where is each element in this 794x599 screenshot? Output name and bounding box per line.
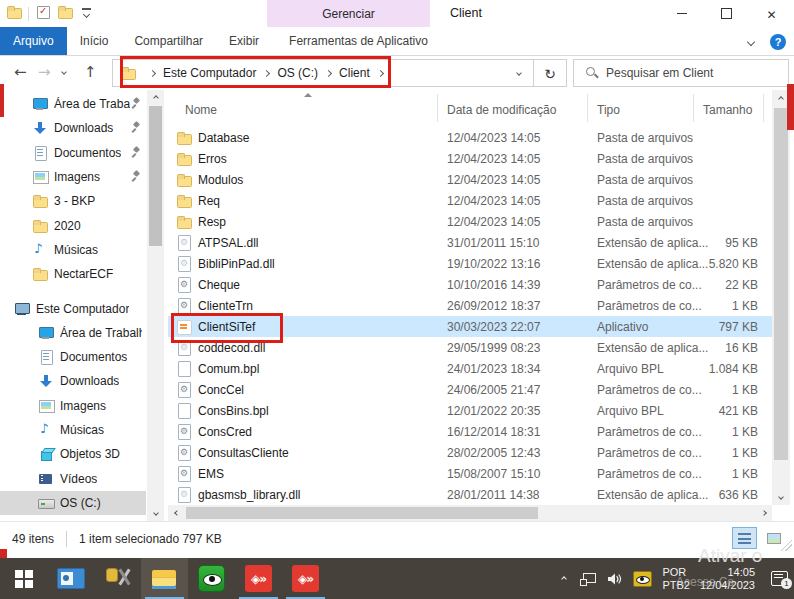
help-icon[interactable]: [770, 34, 786, 50]
file-row[interactable]: ConcCel24/06/2005 21:47Parâmetros de co.…: [168, 379, 772, 400]
qat-button-properties-check[interactable]: [35, 4, 51, 24]
sidebar-scrollbar[interactable]: [147, 90, 164, 521]
file-row[interactable]: Database12/04/2023 14:05Pasta de arquivo…: [168, 127, 772, 148]
taskbar-app-green-eye[interactable]: [188, 558, 235, 599]
back-button[interactable]: [14, 63, 27, 81]
file-name: Req: [198, 194, 220, 208]
sidebar-scrollbar-thumb[interactable]: [149, 106, 162, 246]
search-input[interactable]: [606, 66, 766, 80]
sidebar-item-este-computador[interactable]: Este Computador: [0, 296, 146, 320]
sidebar-item-imagens[interactable]: Imagens: [0, 165, 146, 189]
file-row[interactable]: BibliPinPad.dll19/10/2022 13:16Extensão …: [168, 253, 772, 274]
file-row[interactable]: ClienteTrn26/09/2012 18:37Parâmetros de …: [168, 295, 772, 316]
sidebar-item-2020[interactable]: 2020: [0, 213, 146, 237]
qat-button-explorer-folder[interactable]: [6, 4, 22, 24]
sidebar-item-musicas[interactable]: Músicas: [0, 238, 146, 262]
file-row[interactable]: Resp12/04/2023 14:05Pasta de arquivos: [168, 211, 772, 232]
file-row[interactable]: Cheque10/10/2016 14:39Parâmetros de co..…: [168, 274, 772, 295]
sidebar-item-documentos[interactable]: Documentos: [0, 141, 146, 165]
sidebar-scroll-up-button[interactable]: [147, 90, 164, 106]
window-title: Client: [450, 6, 482, 20]
tab-ferramentas-de-aplicativo[interactable]: Ferramentas de Aplicativo: [276, 27, 441, 55]
tab-exibir[interactable]: Exibir: [216, 27, 272, 55]
file-row[interactable]: gbasmsb_library.dll28/01/2011 14:38Exten…: [168, 484, 772, 505]
file-row[interactable]: Comum.bpl24/01/2023 18:34Arquivo BPL1.08…: [168, 358, 772, 379]
sidebar-item-nectarecf[interactable]: NectarECF: [0, 262, 146, 286]
taskbar-app-file-explorer[interactable]: [141, 558, 188, 599]
list-vertical-scrollbar-thumb[interactable]: [774, 108, 788, 460]
pin-icon: [130, 120, 142, 136]
start-button[interactable]: [0, 558, 47, 599]
file-date-cell: 12/04/2023 14:05: [438, 194, 588, 208]
recent-locations-chevron-icon[interactable]: [61, 69, 67, 75]
up-button[interactable]: [84, 63, 97, 81]
sidebar-item-os-c[interactable]: OS (C:): [0, 491, 146, 515]
refresh-button[interactable]: [534, 60, 566, 86]
minimize-button[interactable]: [659, 0, 704, 27]
close-button[interactable]: [749, 0, 794, 27]
file-row[interactable]: ConsBins.bpl12/01/2022 20:35Arquivo BPL4…: [168, 400, 772, 421]
forward-button[interactable]: [38, 63, 51, 81]
file-row[interactable]: ConsCred16/12/2014 18:31Parâmetros de co…: [168, 421, 772, 442]
column-header-data-de-modificacao[interactable]: Data de modificação: [438, 90, 588, 127]
expand-ribbon-chevron-icon[interactable]: [747, 37, 755, 45]
resize-grip[interactable]: [781, 540, 792, 551]
taskbar-app-red-diamond-1[interactable]: [235, 558, 282, 599]
file-row[interactable]: coddecod.dll29/05/1999 08:23Extensão de …: [168, 337, 772, 358]
maximize-button[interactable]: [704, 0, 749, 27]
address-dropdown-chevron-icon[interactable]: [516, 70, 522, 76]
tab-compartilhar[interactable]: Compartilhar: [121, 27, 216, 55]
breadcrumb-segment-os-c[interactable]: OS (C:): [277, 66, 318, 80]
file-row[interactable]: Erros12/04/2023 14:05Pasta de arquivos: [168, 148, 772, 169]
breadcrumb-segment-client[interactable]: Client: [339, 66, 370, 80]
show-hidden-icons-chevron-icon[interactable]: [562, 576, 568, 582]
sidebar-item-imagens[interactable]: Imagens: [0, 394, 146, 418]
config-file-icon: [176, 277, 192, 293]
column-header-label: Tamanho: [703, 103, 752, 117]
file-row[interactable]: ClientSiTef30/03/2023 22:07Aplicativo797…: [168, 316, 772, 337]
file-name: ATPSAL.dll: [198, 236, 258, 250]
sidebar-scroll-down-button[interactable]: [147, 505, 164, 521]
desktop-sliver: [0, 84, 4, 117]
file-row[interactable]: ATPSAL.dll31/01/2011 15:10Extensão de ap…: [168, 232, 772, 253]
tab-inicio[interactable]: Início: [67, 27, 122, 55]
breadcrumb[interactable]: Este ComputadorOS (C:)Client: [112, 59, 567, 87]
column-header-tamanho[interactable]: Tamanho: [694, 90, 764, 127]
list-scroll-down-button[interactable]: [772, 488, 790, 505]
sidebar-item-downloads[interactable]: Downloads: [0, 116, 146, 140]
qat-button-customize-toolbar-chevron[interactable]: [79, 4, 95, 24]
column-header-tipo[interactable]: Tipo: [588, 90, 694, 127]
file-name: Comum.bpl: [198, 362, 259, 376]
taskbar-app-red-diamond-2[interactable]: [282, 558, 329, 599]
network-icon[interactable]: [580, 571, 597, 587]
file-row[interactable]: EMS15/08/2007 15:10Parâmetros de co...1 …: [168, 463, 772, 484]
list-scroll-right-button[interactable]: [755, 505, 772, 521]
sidebar-item-downloads[interactable]: Downloads: [0, 369, 146, 393]
qat-button-new-folder[interactable]: [57, 4, 73, 24]
sidebar-item-objetos-3d[interactable]: Objetos 3D: [0, 442, 146, 466]
list-horizontal-scrollbar[interactable]: [168, 505, 772, 521]
taskbar-app-admin-tools[interactable]: [94, 558, 141, 599]
sidebar-item-area-de-trabalho[interactable]: Área de Trabalho: [0, 321, 146, 345]
breadcrumb-segment-este-computador[interactable]: Este Computador: [163, 66, 256, 80]
action-center-icon[interactable]: 1: [771, 571, 788, 586]
sidebar-item-musicas[interactable]: Músicas: [0, 418, 146, 442]
eye-tray-icon[interactable]: [633, 571, 652, 587]
tab-arquivo[interactable]: Arquivo: [0, 27, 67, 55]
search-box[interactable]: [573, 59, 789, 87]
list-horizontal-scrollbar-thumb[interactable]: [186, 507, 538, 519]
list-scroll-left-button[interactable]: [168, 505, 185, 521]
sidebar-item-videos[interactable]: Vídeos: [0, 466, 146, 490]
close-icon: [766, 4, 776, 23]
file-row[interactable]: ConsultasCliente28/02/2005 12:43Parâmetr…: [168, 442, 772, 463]
file-row[interactable]: Req12/04/2023 14:05Pasta de arquivos: [168, 190, 772, 211]
sidebar-item-3-bkp[interactable]: 3 - BKP: [0, 189, 146, 213]
sidebar-item-documentos[interactable]: Documentos: [0, 345, 146, 369]
taskbar-app-monitor[interactable]: [47, 558, 94, 599]
column-header-nome[interactable]: Nome: [168, 90, 438, 127]
divider: [763, 94, 764, 122]
speaker-icon[interactable]: [607, 572, 623, 586]
file-row[interactable]: Modulos12/04/2023 14:05Pasta de arquivos: [168, 169, 772, 190]
sidebar-item-area-de-traba[interactable]: Área de Traba: [0, 92, 146, 116]
list-vertical-scrollbar[interactable]: [772, 90, 790, 505]
